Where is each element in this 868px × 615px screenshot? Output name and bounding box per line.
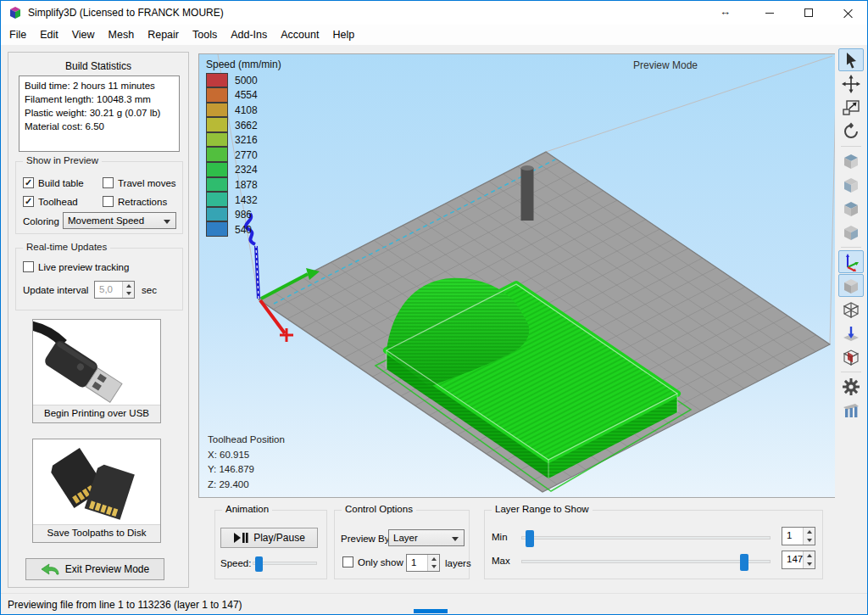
legend-swatch: [206, 207, 228, 222]
show-solid-button[interactable]: [838, 274, 864, 297]
toolhead-cylinder: [521, 165, 534, 221]
play-pause-button[interactable]: Play/Pause: [220, 528, 318, 548]
legend-swatch: [206, 177, 228, 193]
min-down-button[interactable]: [804, 536, 815, 545]
stat-plastic-weight: Plastic weight: 30.21 g (0.07 lb): [25, 107, 174, 120]
scale-view-button[interactable]: [838, 96, 864, 119]
toolhead-position-readout: Toolhead Position X: 60.915 Y: 146.879 Z…: [208, 435, 285, 495]
legend-title: Speed (mm/min): [206, 59, 281, 70]
only-show-up-button[interactable]: [428, 555, 439, 563]
update-interval-unit: sec: [142, 285, 157, 295]
live-preview-checkbox[interactable]: [23, 261, 34, 272]
menu-tools[interactable]: Tools: [186, 25, 224, 44]
min-layer-spinbox[interactable]: 1: [782, 527, 815, 545]
pan-view-button[interactable]: [838, 72, 864, 95]
min-up-button[interactable]: [804, 528, 815, 536]
legend-value: 1432: [235, 194, 258, 206]
cross-section-button[interactable]: [838, 345, 864, 368]
coloring-combobox[interactable]: Movement Speed: [63, 212, 176, 229]
menu-bar: File Edit View Mesh Repair Tools Add-Ins…: [1, 25, 867, 45]
animation-title: Animation: [222, 504, 272, 514]
min-slider-handle[interactable]: [526, 530, 534, 547]
close-button[interactable]: [828, 1, 867, 25]
menu-mesh[interactable]: Mesh: [102, 25, 142, 44]
preview-by-combobox[interactable]: Layer: [388, 529, 465, 546]
view-side-button[interactable]: [838, 221, 864, 243]
only-show-down-button[interactable]: [428, 563, 439, 572]
cube-iso-icon: [842, 152, 860, 171]
animation-group: Animation Play/Pause Speed:: [214, 510, 327, 579]
max-slider-handle[interactable]: [740, 554, 748, 571]
save-toolpaths-button[interactable]: Save Toolpaths to Disk: [32, 439, 161, 543]
speed-slider-handle[interactable]: [255, 556, 263, 572]
realtime-updates-group: Real-time Updates Live preview tracking …: [15, 248, 183, 310]
only-show-checkbox[interactable]: [342, 556, 353, 567]
play-pause-label: Play/Pause: [253, 532, 305, 544]
green-back-arrow-icon: [41, 563, 59, 575]
title-bar[interactable]: Simplify3D (Licensed to FRANCK MOURE) ↔: [1, 1, 867, 25]
maximize-button[interactable]: [789, 1, 828, 25]
update-interval-spinbox[interactable]: 5,0: [94, 281, 135, 299]
view-top-button[interactable]: [838, 173, 864, 196]
only-show-label: Only show: [358, 557, 403, 567]
exit-preview-mode-button[interactable]: Exit Preview Mode: [25, 558, 164, 580]
preview-by-value: Layer: [393, 533, 418, 543]
settings-button[interactable]: [838, 375, 864, 398]
progress-indicator: [414, 609, 448, 613]
preview-mode-label: Preview Mode: [633, 59, 698, 71]
scene-canvas: [199, 54, 837, 499]
animation-speed-slider[interactable]: [253, 562, 317, 565]
layer-view-button[interactable]: [838, 321, 864, 344]
menu-repair[interactable]: Repair: [141, 25, 186, 44]
minimize-button[interactable]: [750, 1, 789, 25]
retractions-checkbox[interactable]: [103, 196, 114, 207]
max-layer-spinbox[interactable]: 147: [782, 551, 815, 569]
supports-button[interactable]: [838, 399, 864, 422]
menu-account[interactable]: Account: [274, 25, 326, 44]
update-interval-down-button[interactable]: [123, 290, 134, 299]
layer-range-group: Layer Range to Show Min 1 Max 147: [484, 510, 823, 579]
legend-value: 4108: [235, 104, 258, 116]
coloring-label: Coloring: [23, 216, 59, 226]
build-table-checkbox[interactable]: ✓: [23, 177, 34, 188]
down-arrow-icon: [126, 292, 131, 295]
menu-help[interactable]: Help: [326, 25, 361, 44]
show-in-preview-group: Show in Preview ✓ Build table Travel mov…: [15, 161, 183, 234]
begin-printing-usb-button[interactable]: Begin Printing over USB: [32, 319, 161, 423]
layer-range-title: Layer Range to Show: [492, 504, 593, 514]
exit-button-label: Exit Preview Mode: [65, 563, 149, 575]
cube-top-icon: [842, 176, 860, 194]
select-tool-button[interactable]: [838, 48, 864, 71]
travel-moves-checkbox[interactable]: [103, 177, 114, 188]
toolhead-position-title: Toolhead Position: [208, 435, 285, 445]
toolhead-checkbox[interactable]: ✓: [23, 196, 34, 207]
status-text: Previewing file from line 1 to 113236 (l…: [8, 599, 242, 611]
view-front-button[interactable]: [838, 197, 864, 220]
legend-value: 2770: [235, 149, 258, 161]
only-show-spinbox[interactable]: 1: [406, 554, 440, 572]
min-layer-slider[interactable]: [521, 536, 771, 540]
menu-file[interactable]: File: [3, 25, 33, 44]
max-up-button[interactable]: [804, 551, 815, 560]
maximize-icon: [804, 8, 813, 17]
legend-swatch: [206, 147, 228, 162]
show-axes-button[interactable]: [838, 250, 864, 273]
max-layer-slider[interactable]: [521, 560, 771, 563]
show-wireframe-button[interactable]: [838, 298, 864, 321]
preview-3d-viewport[interactable]: Speed (mm/min) 5000 4554 4108 3662 3216 …: [198, 53, 837, 498]
show-in-preview-title: Show in Preview: [23, 155, 102, 165]
up-arrow-icon: [807, 554, 812, 557]
view-default-button[interactable]: [838, 149, 864, 172]
menu-addins[interactable]: Add-Ins: [224, 25, 274, 44]
max-down-button[interactable]: [804, 560, 815, 568]
combo-arrow-icon: [164, 220, 170, 224]
usb-cable-image: [33, 320, 160, 405]
max-layer-value: 147: [782, 551, 803, 568]
toolbar-separator: [841, 146, 861, 147]
update-interval-up-button[interactable]: [123, 282, 134, 290]
control-options-group: Control Options Preview By Layer Only sh…: [334, 510, 470, 579]
menu-edit[interactable]: Edit: [33, 25, 65, 44]
rotate-view-button[interactable]: [838, 120, 864, 143]
cube-side-icon: [842, 223, 860, 242]
menu-view[interactable]: View: [65, 25, 102, 44]
